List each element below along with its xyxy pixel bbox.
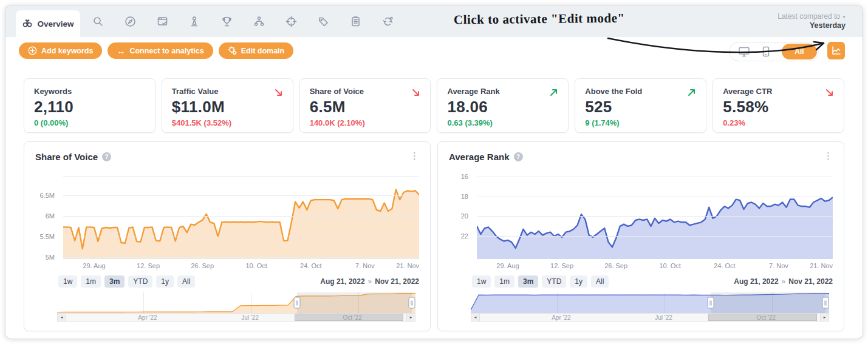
scrollbar-period-label: Oct '22 <box>756 314 775 321</box>
integrations-icon[interactable] <box>381 15 394 27</box>
range-button-1w[interactable]: 1w <box>472 275 491 288</box>
scrollbar-period-label: Apr '22 <box>138 314 157 321</box>
stat-title: Average Rank <box>447 87 558 96</box>
trend-down-icon <box>824 87 835 101</box>
range-button-ytd[interactable]: YTD <box>542 275 566 288</box>
tags-icon[interactable] <box>317 15 329 27</box>
chart-edit-icon <box>831 46 841 56</box>
desktop-icon[interactable] <box>738 46 750 57</box>
date-separator: » <box>782 277 786 286</box>
range-button-all[interactable]: All <box>591 275 609 288</box>
competitors-icon[interactable] <box>188 15 200 27</box>
help-icon[interactable]: ? <box>514 152 523 161</box>
navigator-right-handle[interactable] <box>822 297 829 309</box>
stat-delta: 0 (0.00%) <box>34 118 145 127</box>
kebab-menu-icon[interactable]: ⋮ <box>820 150 836 161</box>
gridline <box>63 176 419 177</box>
share-of-voice-chart-card: Share of Voice ? ⋮ 6.5M6M5.5M5M 29. Aug1… <box>24 141 431 331</box>
scroll-left-arrow[interactable]: ◂ <box>471 314 480 321</box>
x-tick-label: 21. Nov <box>396 262 419 269</box>
tab-overview[interactable]: Overview <box>16 10 80 37</box>
kebab-menu-icon[interactable]: ⋮ <box>406 150 423 161</box>
date-from: Aug 21, 2022 <box>320 277 364 286</box>
compare-dropdown[interactable]: Latest compared to▾ Yesterday <box>777 12 846 30</box>
gridline <box>63 195 419 196</box>
chart-navigator[interactable] <box>57 292 415 313</box>
stat-value: $11.0M <box>172 98 283 116</box>
device-all-button[interactable]: All <box>782 44 817 59</box>
nav-icon-row <box>92 5 394 37</box>
stat-value: 2,110 <box>34 98 145 116</box>
plot-area[interactable] <box>477 176 833 259</box>
edit-domain-label: Edit domain <box>241 47 285 55</box>
y-tick-label: 5M <box>46 254 55 261</box>
x-tick-label: 10. Oct <box>245 262 267 269</box>
chart-title-label: Share of Voice <box>35 152 98 162</box>
x-tick-label: 7. Nov <box>355 262 375 269</box>
winners-losers-icon[interactable] <box>220 15 233 27</box>
plot-area[interactable] <box>63 176 419 259</box>
gridline <box>477 177 833 177</box>
x-tick-label: 12. Sep <box>137 262 160 269</box>
navigator-left-handle[interactable] <box>708 297 714 309</box>
edit-mode-button[interactable] <box>827 42 845 59</box>
range-button-1m[interactable]: 1m <box>494 275 514 288</box>
chart-navigator[interactable] <box>471 292 829 313</box>
stat-delta: $401.5K (3.52%) <box>172 118 283 127</box>
scroll-right-arrow[interactable]: ▸ <box>406 314 415 321</box>
add-keywords-label: Add keywords <box>41 47 93 55</box>
compass-icon[interactable] <box>124 15 136 27</box>
x-tick-label: 24. Oct <box>714 262 735 269</box>
stat-delta: 0.63 (3.39%) <box>447 118 558 127</box>
range-button-1m[interactable]: 1m <box>81 275 101 288</box>
stat-delta: 0.23% <box>723 118 834 127</box>
scrollbar-period-label: Jul '22 <box>241 314 259 321</box>
search-icon[interactable] <box>92 15 104 27</box>
target-icon[interactable] <box>285 15 297 27</box>
stat-value: 5.58% <box>723 98 834 116</box>
navigator-selection[interactable] <box>297 292 412 313</box>
gears-icon <box>228 46 237 55</box>
add-keywords-button[interactable]: Add keywords <box>19 42 102 59</box>
date-separator: » <box>368 277 372 286</box>
edit-domain-button[interactable]: Edit domain <box>219 42 294 59</box>
binoculars-icon <box>22 19 33 29</box>
scrollbar-track[interactable]: Apr '22Jul '22Oct '22 <box>479 314 821 321</box>
range-button-3m[interactable]: 3m <box>104 275 125 288</box>
scroll-right-arrow[interactable]: ▸ <box>820 314 829 321</box>
range-button-1w[interactable]: 1w <box>58 275 77 288</box>
serp-features-icon[interactable] <box>156 15 168 27</box>
range-button-ytd[interactable]: YTD <box>128 275 152 288</box>
stat-value: 18.06 <box>447 98 558 116</box>
stat-card-keywords: Keywords 2,110 0 (0.00%) <box>24 78 155 133</box>
range-button-3m[interactable]: 3m <box>518 275 538 288</box>
navigator-left-handle[interactable] <box>294 297 301 309</box>
scroll-left-arrow[interactable]: ◂ <box>58 314 66 321</box>
tab-overview-label: Overview <box>37 19 73 29</box>
scrollbar-track[interactable]: Apr '22Jul '22Oct '22 <box>66 314 407 321</box>
range-button-1y[interactable]: 1y <box>570 275 587 288</box>
date-range[interactable]: Aug 21, 2022»Nov 21, 2022 <box>734 277 833 286</box>
navigator-selection[interactable] <box>711 292 825 313</box>
x-tick-label: 24. Oct <box>300 262 321 269</box>
date-range[interactable]: Aug 21, 2022»Nov 21, 2022 <box>320 277 419 286</box>
notes-icon[interactable] <box>349 15 361 27</box>
help-icon[interactable]: ? <box>102 152 111 161</box>
connect-analytics-button[interactable]: ↔ Connect to analytics <box>108 42 213 59</box>
stat-title: Traffic Value <box>172 87 283 96</box>
navigator-right-handle[interactable] <box>409 297 415 309</box>
x-tick-label: 29. Aug <box>496 262 519 269</box>
chart-title-label: Average Rank <box>449 152 510 162</box>
range-button-1y[interactable]: 1y <box>156 275 174 288</box>
y-tick-label: 18 <box>461 193 468 200</box>
mobile-icon[interactable] <box>762 46 770 57</box>
y-tick-label: 6.5M <box>40 192 55 199</box>
connect-analytics-label: Connect to analytics <box>129 47 203 55</box>
plus-circle-icon <box>28 46 37 55</box>
sitemap-icon[interactable] <box>253 15 265 27</box>
chart-controls: 1w1m3mYTD1yAll Aug 21, 2022»Nov 21, 2022 <box>472 275 833 288</box>
x-tick-label: 12. Sep <box>550 262 573 269</box>
app-window: Overview Lates <box>5 5 863 339</box>
range-button-all[interactable]: All <box>177 275 195 288</box>
stat-title: Average CTR <box>723 87 834 96</box>
